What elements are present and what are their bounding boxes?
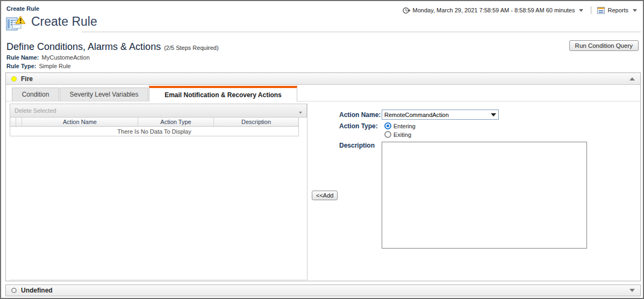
actions-grid-header: Action Name Action Type Description <box>10 118 299 127</box>
topbar-controls: Monday, March 29, 2021 7:58:59 AM - 8:58… <box>403 5 639 15</box>
radio-exiting-icon[interactable] <box>384 131 391 138</box>
reports-icon <box>597 7 605 14</box>
panel-divider <box>307 104 307 280</box>
reports-caret-icon[interactable] <box>633 9 637 12</box>
panel-bottom-border <box>10 280 307 280</box>
reports-menu[interactable]: Reports <box>607 7 628 13</box>
fire-status-icon <box>11 76 17 82</box>
description-label: Description <box>339 142 375 149</box>
expand-down-icon[interactable] <box>629 289 635 292</box>
undefined-status-icon <box>11 288 17 293</box>
column-action-name[interactable]: Action Name <box>22 118 138 126</box>
radio-entering-label: Entering <box>393 123 416 129</box>
radio-option-exiting[interactable]: Exiting <box>384 131 411 138</box>
page-title: Create Rule <box>31 14 97 29</box>
fire-section-header[interactable]: Fire <box>6 73 640 85</box>
radio-option-entering[interactable]: Entering <box>384 122 416 129</box>
grid-options-icon[interactable] <box>295 107 302 114</box>
action-name-label: Action Name: <box>339 111 381 119</box>
undefined-section-title: Undefined <box>21 287 53 294</box>
action-name-selected-value: RemoteCommandAction <box>384 112 491 118</box>
tab-email-notification-recovery-actions[interactable]: Email Notification & Recovery Actions <box>149 86 297 101</box>
rule-name-row: Rule Name:MyCustomeAction <box>6 54 90 61</box>
radio-exiting-label: Exiting <box>393 132 411 138</box>
step-heading-text: Define Conditions, Alarms & Actions <box>6 41 161 52</box>
time-range-caret-icon[interactable] <box>579 9 583 12</box>
tab-condition[interactable]: Condition <box>12 87 59 101</box>
tab-severity-level-variables[interactable]: Severity Level Variables <box>60 87 148 101</box>
steps-required: (2/5 Steps Required) <box>164 45 219 51</box>
undefined-section-header[interactable]: Undefined <box>6 285 640 296</box>
undefined-section: Undefined <box>5 285 641 296</box>
column-action-type[interactable]: Action Type <box>138 118 214 126</box>
delete-selected-button[interactable]: Delete Selected <box>15 107 56 114</box>
rule-name-label: Rule Name: <box>6 54 39 61</box>
grid-empty-message: There Is No Data To Display <box>10 127 299 136</box>
step-heading: Define Conditions, Alarms & Actions(2/5 … <box>6 41 219 53</box>
column-description[interactable]: Description <box>214 118 298 126</box>
breadcrumb: Create Rule <box>6 5 39 12</box>
collapse-up-icon[interactable] <box>629 77 635 81</box>
title-divider <box>82 32 641 32</box>
description-textarea[interactable] <box>382 142 587 249</box>
time-range-icon <box>403 7 410 14</box>
actions-grid-toolbar: Delete Selected <box>10 104 307 118</box>
radio-entering-icon[interactable] <box>384 122 391 129</box>
action-name-select[interactable]: RemoteCommandAction <box>382 110 499 120</box>
rule-type-label: Rule Type: <box>6 63 36 69</box>
fire-section: Fire Condition Severity Level Variables … <box>5 72 641 281</box>
fire-tabbar: Condition Severity Level Variables Email… <box>6 85 640 101</box>
rule-type-row: Rule Type:Simple Rule <box>6 63 71 69</box>
topbar-separator <box>591 6 591 14</box>
rule-type-value: Simple Rule <box>39 63 70 69</box>
select-chevron-down-icon <box>491 113 496 116</box>
rule-name-value: MyCustomeAction <box>42 54 90 61</box>
create-rule-page: Create Rule Create Rule Monday, March 29… <box>0 0 644 299</box>
actions-grid: Action Name Action Type Description Ther… <box>10 118 299 136</box>
run-condition-query-button[interactable]: Run Condition Query <box>569 40 639 51</box>
grid-checkbox-column <box>16 118 22 126</box>
grid-selector-column <box>10 118 16 126</box>
rule-warning-icon <box>6 15 26 32</box>
add-action-button[interactable]: <<Add <box>312 191 338 200</box>
time-range-label[interactable]: Monday, March 29, 2021 7:58:59 AM - 8:58… <box>413 7 575 13</box>
fire-section-title: Fire <box>21 75 33 83</box>
action-type-label: Action Type: <box>339 122 378 130</box>
